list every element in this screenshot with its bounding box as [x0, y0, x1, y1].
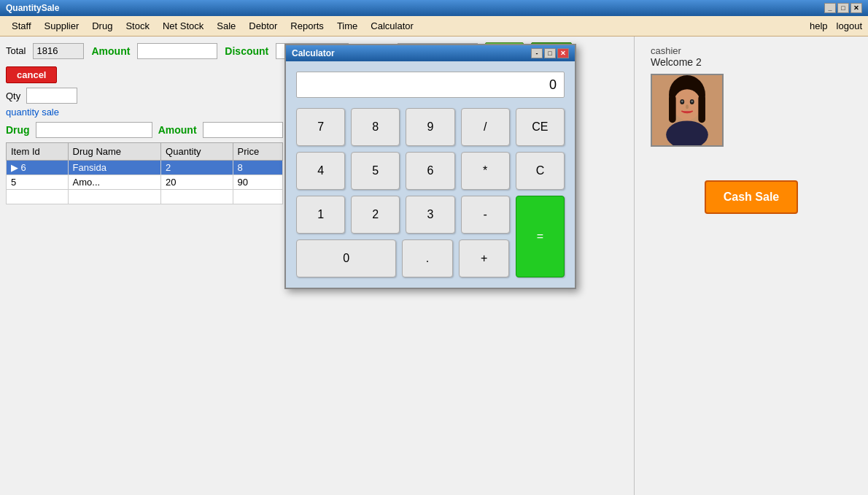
- calc-btn-0[interactable]: 0: [296, 239, 396, 277]
- calc-btn-8[interactable]: 8: [351, 108, 400, 146]
- quantity-sale-link[interactable]: quantity sale: [6, 107, 59, 118]
- calc-btn-3[interactable]: 3: [406, 196, 454, 234]
- maximize-btn[interactable]: □: [837, 3, 849, 13]
- col-drug-name: Drug Name: [68, 143, 160, 161]
- menu-reports[interactable]: Reports: [284, 18, 330, 34]
- drug-amount-input[interactable]: [203, 122, 283, 138]
- close-btn[interactable]: ✕: [850, 3, 862, 13]
- calc-btn-4[interactable]: 4: [296, 152, 345, 190]
- cell-price: 90: [233, 175, 282, 190]
- svg-rect-10: [669, 95, 676, 123]
- col-item-id: Item Id: [7, 143, 69, 161]
- title-bar-controls: _ □ ✕: [824, 3, 862, 13]
- svg-point-5: [681, 101, 683, 103]
- calc-row-4: 0 . +: [296, 239, 565, 277]
- cell-item-id: 5: [7, 175, 69, 190]
- menu-logout[interactable]: logout: [837, 20, 862, 31]
- calc-display: 0: [296, 72, 565, 98]
- qty-input[interactable]: [26, 88, 77, 104]
- app-title: QuantitySale: [6, 3, 59, 13]
- col-quantity: Quantity: [161, 143, 233, 161]
- calc-row-1: 7 8 9 / CE: [296, 108, 565, 146]
- calc-title-bar: Calculator - □ ✕: [286, 45, 575, 61]
- drug-input[interactable]: [36, 122, 152, 138]
- table-row[interactable]: ▶ 6 Fansida 2 8: [7, 161, 283, 175]
- calc-title: Calculator: [292, 48, 335, 58]
- main-content: Total Amount Discount Balance Pay sale c…: [0, 37, 868, 495]
- calc-btn-minus[interactable]: -: [461, 196, 510, 234]
- calc-btn-multiply[interactable]: *: [461, 152, 510, 190]
- drug-amount-label: Amount: [158, 124, 197, 136]
- svg-rect-11: [698, 95, 705, 123]
- menu-bar: Staff Supplier Drug Stock Net Stock Sale…: [0, 16, 868, 37]
- col-price: Price: [233, 143, 282, 161]
- total-input[interactable]: [33, 43, 84, 59]
- calc-btn-divide[interactable]: /: [461, 108, 510, 146]
- avatar: [651, 74, 724, 147]
- cash-sale-button[interactable]: Cash Sale: [705, 180, 798, 214]
- cashier-welcome: Welcome 2: [651, 56, 702, 68]
- cashier-section: cashier Welcome 2: [651, 45, 867, 147]
- table-row[interactable]: 5 Amo... 20 90: [7, 175, 283, 190]
- title-bar: QuantitySale _ □ ✕: [0, 0, 868, 16]
- cell-drug-name: Fansida: [68, 161, 160, 175]
- left-panel: Total Amount Discount Balance Pay sale c…: [0, 37, 635, 495]
- drug-label: Drug: [6, 124, 30, 136]
- menu-time[interactable]: Time: [331, 18, 363, 34]
- menu-calculator[interactable]: Calculator: [365, 18, 419, 34]
- right-panel: cashier Welcome 2: [635, 37, 868, 495]
- calc-buttons: 7 8 9 / CE 4 5 6 * C: [296, 108, 565, 277]
- total-label: Total: [6, 45, 26, 56]
- calc-row-2: 4 5 6 * C: [296, 152, 565, 190]
- calc-minimize-btn[interactable]: -: [531, 48, 543, 58]
- qty-label: Qty: [6, 91, 20, 101]
- menu-netstock[interactable]: Net Stock: [157, 18, 209, 34]
- cancel-button[interactable]: cancel: [6, 66, 57, 83]
- menu-items: Staff Supplier Drug Stock Net Stock Sale…: [6, 18, 419, 34]
- calc-btn-6[interactable]: 6: [406, 152, 454, 190]
- cell-quantity: 2: [161, 161, 233, 175]
- calc-btn-9[interactable]: 9: [406, 108, 454, 146]
- calc-display-value: 0: [549, 77, 557, 93]
- svg-point-7: [686, 104, 689, 109]
- calc-close-btn[interactable]: ✕: [557, 48, 569, 58]
- calc-maximize-btn[interactable]: □: [544, 48, 556, 58]
- calc-body: 0 7 8 9 / CE 4 5 6: [286, 61, 575, 288]
- calculator-dialog: Calculator - □ ✕ 0 7 8 9 /: [284, 44, 576, 289]
- menu-staff[interactable]: Staff: [6, 18, 37, 34]
- cashier-label: cashier: [651, 45, 681, 56]
- calc-btn-7[interactable]: 7: [296, 108, 345, 146]
- menu-stock[interactable]: Stock: [120, 18, 155, 34]
- calc-btn-1[interactable]: 1: [296, 196, 345, 234]
- calc-btn-2[interactable]: 2: [351, 196, 400, 234]
- menu-help[interactable]: help: [810, 20, 828, 31]
- cell-quantity: 20: [161, 175, 233, 190]
- calc-btn-c[interactable]: C: [516, 152, 565, 190]
- amount-input[interactable]: [137, 43, 217, 59]
- table-row-empty: [7, 190, 283, 204]
- calc-row-3: 1 2 3 - =: [296, 196, 565, 234]
- cell-drug-name: Amo...: [68, 175, 160, 190]
- cell-price: 8: [233, 161, 282, 175]
- calc-title-controls: - □ ✕: [531, 48, 569, 58]
- calc-btn-5[interactable]: 5: [351, 152, 400, 190]
- menu-drug[interactable]: Drug: [86, 18, 118, 34]
- menu-right: help logout: [810, 20, 862, 31]
- menu-supplier[interactable]: Supplier: [39, 18, 85, 34]
- calc-btn-plus[interactable]: +: [459, 239, 510, 277]
- menu-debtor[interactable]: Debtor: [243, 18, 283, 34]
- svg-point-6: [691, 101, 693, 103]
- calc-btn-ce[interactable]: CE: [516, 108, 565, 146]
- cell-item-id: ▶ 6: [7, 161, 69, 175]
- calc-btn-dot[interactable]: .: [402, 239, 453, 277]
- amount-label: Amount: [91, 45, 130, 57]
- menu-sale[interactable]: Sale: [211, 18, 241, 34]
- discount-label: Discount: [225, 45, 268, 57]
- data-table: Item Id Drug Name Quantity Price ▶ 6 Fan…: [6, 142, 283, 204]
- minimize-btn[interactable]: _: [824, 3, 836, 13]
